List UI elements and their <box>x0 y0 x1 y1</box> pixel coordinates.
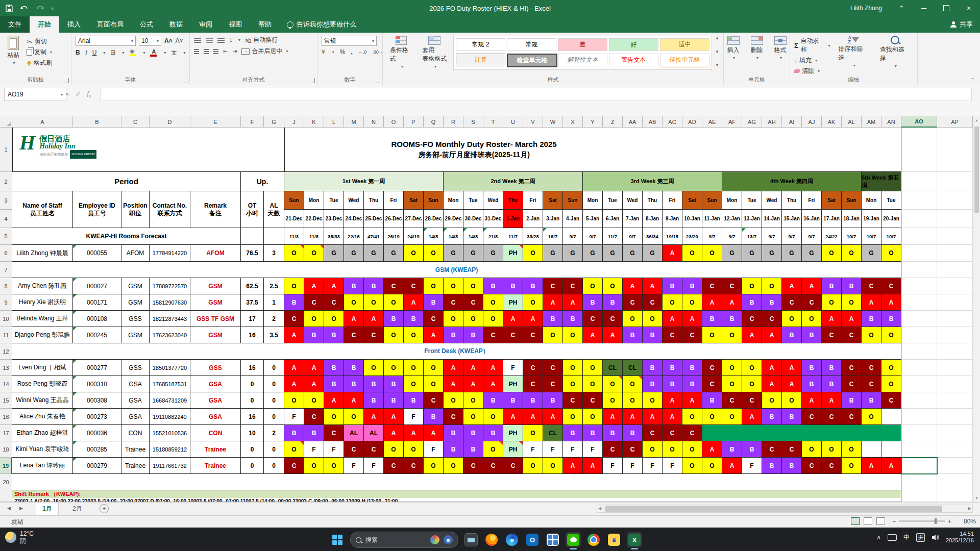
staff-al-cell[interactable]: 0 <box>264 376 284 392</box>
style-good[interactable]: 好 <box>609 38 658 51</box>
forecast-cell[interactable]: 14/8 <box>424 228 444 245</box>
staff-remark-cell[interactable]: GSM <box>190 294 241 311</box>
forecast-cell[interactable]: 21/8 <box>483 228 503 245</box>
ghost-cell[interactable] <box>901 425 937 441</box>
column-header-AI[interactable]: AI <box>782 116 802 128</box>
duty-cell[interactable]: B <box>503 392 523 409</box>
staff-ot-cell[interactable]: 16 <box>241 409 264 425</box>
duty-cell[interactable]: CL <box>603 360 623 376</box>
decrease-indent-button[interactable]: ⇤ <box>223 48 228 55</box>
duty-cell[interactable]: O <box>782 311 802 327</box>
duty-cell[interactable]: O <box>762 392 782 409</box>
ghost-cell[interactable] <box>901 474 937 490</box>
duty-cell[interactable]: O <box>563 327 583 343</box>
staff-ot-cell[interactable]: 10 <box>241 425 264 441</box>
page-layout-view-button[interactable] <box>864 517 872 525</box>
column-header-F[interactable]: F <box>241 116 264 128</box>
duty-cell[interactable]: C <box>284 458 304 474</box>
duty-cell[interactable]: O <box>563 360 583 376</box>
duty-cell[interactable]: B <box>523 392 543 409</box>
duty-cell[interactable]: A <box>702 294 722 311</box>
ghost-cell[interactable] <box>937 376 973 392</box>
format-as-table-button[interactable]: 套用表格格式▾ <box>419 36 450 70</box>
column-header-D[interactable]: D <box>150 116 190 128</box>
duty-cell[interactable]: O <box>424 376 444 392</box>
duty-cell[interactable]: B <box>324 327 344 343</box>
duty-cell[interactable]: A <box>463 376 483 392</box>
day-name-cell[interactable]: Tue <box>324 191 344 210</box>
day-name-cell[interactable]: Fri <box>384 191 404 210</box>
duty-cell[interactable]: C <box>304 409 324 425</box>
week-header-4[interactable]: 4th Week 第四周 <box>722 172 862 191</box>
duty-cell[interactable]: B <box>802 327 822 343</box>
duty-cell[interactable]: O <box>364 360 384 376</box>
row-header-11[interactable]: 11 <box>0 327 12 343</box>
duty-cell[interactable]: B <box>842 392 862 409</box>
duty-cell[interactable]: A <box>663 311 682 327</box>
duty-cell[interactable]: A <box>802 392 822 409</box>
staff-position-cell[interactable]: CON <box>121 425 150 441</box>
forecast-cell[interactable]: 9/7 <box>702 228 722 245</box>
wrap-text-button[interactable]: ab̲自动换行 <box>245 36 278 44</box>
alignment-dialog-launcher[interactable] <box>310 78 315 83</box>
duty-cell[interactable]: O <box>523 425 543 441</box>
column-header-AD[interactable]: AD <box>682 116 702 128</box>
row-header-6[interactable]: 6 <box>0 245 12 262</box>
duty-cell[interactable]: B <box>364 376 384 392</box>
duty-cell[interactable]: O <box>643 392 663 409</box>
duty-cell[interactable]: O <box>404 441 424 458</box>
ghost-cell[interactable] <box>937 474 973 490</box>
day-name-cell[interactable]: Tue <box>742 191 762 210</box>
ghost-cell[interactable] <box>937 210 973 228</box>
start-button[interactable] <box>330 532 345 547</box>
date-cell[interactable]: 31-Dec <box>483 210 503 228</box>
duty-cell[interactable]: C <box>822 327 842 343</box>
duty-cell[interactable]: O <box>822 245 842 262</box>
duty-cell[interactable]: PH <box>503 425 523 441</box>
day-name-cell[interactable]: Thu <box>503 191 523 210</box>
staff-name-cell[interactable]: Henry Xie 谢沃明 <box>12 294 73 311</box>
duty-cell[interactable]: B <box>782 327 802 343</box>
forecast-cell[interactable]: 9/7 <box>722 228 742 245</box>
staff-id-cell[interactable]: 000279 <box>73 458 121 474</box>
duty-cell[interactable]: C <box>842 327 862 343</box>
staff-contact-cell[interactable]: 15812907630 <box>150 294 190 311</box>
date-cell[interactable]: 27-Dec <box>404 210 424 228</box>
day-name-cell[interactable]: Wed <box>483 191 503 210</box>
forecast-cell[interactable]: 9/7 <box>782 228 802 245</box>
column-header-Y[interactable]: Y <box>583 116 603 128</box>
duty-cell[interactable]: A <box>663 409 682 425</box>
staff-name-cell[interactable]: Kimi Yuan 袁宇峻琦 <box>12 441 73 458</box>
staff-ot-cell[interactable]: 0 <box>241 458 264 474</box>
staff-al-cell[interactable]: 0 <box>264 392 284 409</box>
duty-cell[interactable]: B <box>663 360 682 376</box>
duty-cell[interactable]: C <box>782 294 802 311</box>
week-header-3[interactable]: 3rd Week 第三周 <box>583 172 722 191</box>
duty-cell[interactable]: C <box>881 392 901 409</box>
staff-name-cell[interactable]: Rose Peng 彭晓霞 <box>12 376 73 392</box>
staff-id-cell[interactable]: 000036 <box>73 425 121 441</box>
duty-cell[interactable]: A <box>762 327 782 343</box>
duty-cell[interactable]: F <box>563 441 583 458</box>
format-cells-button[interactable]: 格式▾ <box>771 36 790 60</box>
duty-cell[interactable]: O <box>603 376 623 392</box>
duty-cell[interactable]: C <box>284 311 304 327</box>
duty-cell[interactable]: O <box>862 409 881 425</box>
duty-cell[interactable]: O <box>842 245 862 262</box>
tell-me-search[interactable]: 告诉我你想要做什么 <box>280 16 363 33</box>
sheet-nav-right-icon[interactable]: ▶ <box>19 506 23 511</box>
duty-cell[interactable]: C <box>463 458 483 474</box>
duty-cell[interactable]: C <box>603 311 623 327</box>
duty-cell[interactable]: A <box>364 409 384 425</box>
duty-cell[interactable]: B <box>344 360 364 376</box>
duty-cell[interactable]: A <box>802 278 822 294</box>
duty-cell[interactable]: B <box>862 392 881 409</box>
duty-cell[interactable]: O <box>682 294 702 311</box>
sheet-nav-left-icon[interactable]: ◀ <box>7 506 11 511</box>
row-header-19[interactable]: 19 <box>0 458 12 474</box>
styles-scroll-up[interactable]: ▲ <box>715 36 719 40</box>
duty-cell[interactable]: A <box>862 458 881 474</box>
duty-cell[interactable]: O <box>324 311 344 327</box>
duty-cell[interactable]: B <box>404 311 424 327</box>
duty-cell[interactable]: B <box>384 376 404 392</box>
